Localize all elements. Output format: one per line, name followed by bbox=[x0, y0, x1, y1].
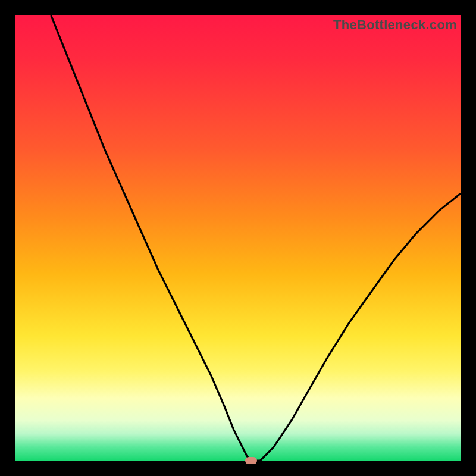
curve-path bbox=[51, 15, 461, 461]
optimum-marker bbox=[245, 457, 257, 464]
bottleneck-curve bbox=[15, 15, 461, 461]
plot-area: TheBottleneck.com bbox=[15, 15, 461, 461]
chart-canvas: TheBottleneck.com bbox=[0, 0, 476, 476]
watermark-label: TheBottleneck.com bbox=[333, 17, 457, 33]
